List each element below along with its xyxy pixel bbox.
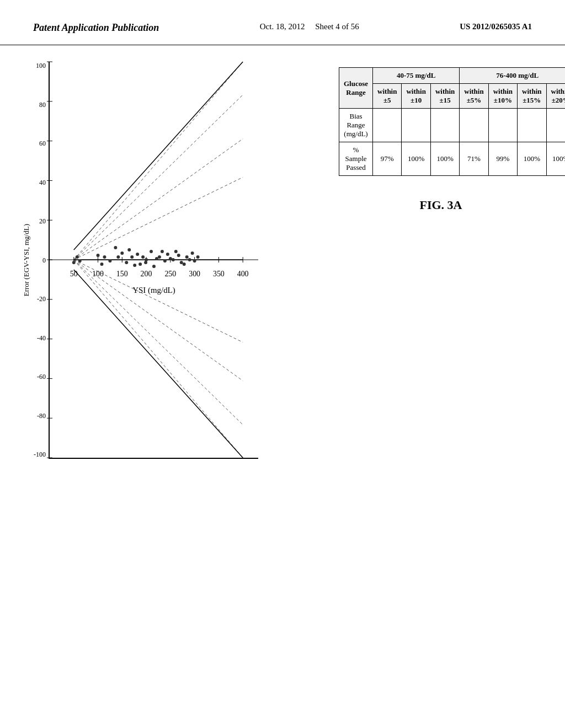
x-label-250: 250 [164, 270, 176, 278]
chart-plot: 50 100 150 200 250 300 350 400 YSI (mg/d… [49, 62, 258, 459]
subheader-w5: within ±5 [373, 84, 402, 109]
y-axis-label: Error (EGV-YSI, mg/dL) [22, 224, 31, 296]
glucose-range-header: Glucose Range [339, 68, 373, 109]
solid-upper-1 [74, 62, 243, 250]
data-point [138, 263, 142, 266]
data-point [166, 253, 169, 256]
data-point [191, 251, 194, 255]
subheader-w20pct: within ±20% [546, 84, 565, 109]
y-tick: 100 [36, 62, 46, 70]
sample-passed-row: % Sample Passed 97% 100% 100% 71% 99% 10… [339, 142, 566, 176]
data-point [76, 255, 79, 259]
data-point [172, 258, 175, 261]
y-tick: 60 [39, 140, 46, 148]
y-tick: 80 [39, 101, 46, 109]
patent-number: US 2012/0265035 A1 [460, 22, 532, 31]
sp-w15: 100% [430, 142, 459, 176]
sp-w15pct: 100% [518, 142, 546, 176]
x-label-350: 350 [213, 270, 225, 278]
bias-range-row: Bias Range (mg/dL) [339, 109, 566, 142]
subheader-w10: within ±10 [402, 84, 430, 109]
x-label-100: 100 [92, 270, 104, 278]
table-area: Glucose Range 40-75 mg/dL 76-400 mg/dL w… [339, 62, 543, 459]
subheader-w15: within ±15 [430, 84, 459, 109]
x-axis-title: YSI (mg/dL) [132, 286, 175, 295]
sp-w10pct: 99% [488, 142, 517, 176]
lower-bound-2 [74, 260, 243, 425]
data-point [188, 258, 191, 261]
data-point [141, 255, 145, 259]
publication-title: Patent Application Publication [33, 22, 159, 34]
data-point [145, 258, 148, 261]
subheader-w5pct: within ±5% [460, 84, 488, 109]
data-point [161, 250, 164, 253]
x-label-150: 150 [116, 270, 128, 278]
data-point [158, 255, 161, 259]
y-tick: -40 [37, 334, 46, 342]
data-point [78, 259, 82, 263]
data-point [130, 255, 134, 259]
data-point [196, 255, 200, 259]
br-w20pct [546, 109, 565, 142]
sp-w5pct: 71% [460, 142, 488, 176]
figure-label: FIG. 3A [339, 198, 543, 212]
data-point [127, 248, 131, 251]
y-tick: 40 [39, 179, 46, 187]
data-point [136, 253, 139, 256]
sp-w5: 97% [373, 142, 402, 176]
sheet-info: Sheet 4 of 56 [315, 22, 359, 31]
data-point [100, 263, 104, 266]
x-label-200: 200 [141, 270, 152, 278]
data-point [150, 250, 153, 253]
data-point [180, 261, 183, 264]
data-point [144, 261, 147, 264]
sp-w20pct: 100% [546, 142, 565, 176]
header-center: Oct. 18, 2012 Sheet 4 of 56 [260, 22, 359, 31]
chart-svg: 50 100 150 200 250 300 350 400 YSI (mg/d… [50, 62, 258, 458]
bias-range-label: Bias Range (mg/dL) [339, 109, 373, 142]
sample-passed-label: % Sample Passed [339, 142, 373, 176]
sp-w10: 100% [402, 142, 430, 176]
upper-bound-3 [74, 139, 243, 260]
data-point [103, 255, 106, 259]
data-point [116, 255, 120, 259]
upper-bound-1 [74, 62, 243, 260]
y-tick: 20 [39, 217, 46, 226]
upper-bound-4 [74, 177, 243, 260]
pub-date: Oct. 18, 2012 [260, 22, 305, 31]
br-w10 [402, 109, 430, 142]
data-point [155, 257, 158, 260]
y-axis-ticks: 100 80 60 40 20 0 -20 -40 -60 -80 -100 [34, 62, 49, 459]
data-point [108, 259, 111, 263]
y-tick: -100 [34, 451, 46, 459]
y-tick: -60 [37, 373, 46, 381]
x-label-300: 300 [189, 270, 200, 278]
solid-lower-1 [74, 270, 243, 458]
data-point [163, 259, 167, 263]
y-tick: -80 [37, 412, 46, 420]
br-w15 [430, 109, 459, 142]
data-point [193, 259, 196, 263]
data-point [97, 254, 100, 257]
subheader-w15pct: within ±15% [518, 84, 546, 109]
br-w10pct [488, 109, 517, 142]
data-point [152, 265, 156, 268]
subheader-w10pct: within ±10% [488, 84, 517, 109]
data-point [174, 250, 178, 253]
data-point [133, 264, 136, 267]
y-tick: 0 [42, 256, 46, 265]
data-point [114, 246, 117, 249]
upper-bound-2 [74, 95, 243, 260]
y-tick: -20 [37, 295, 46, 303]
data-point [72, 261, 76, 264]
br-w15pct [518, 109, 546, 142]
data-point [120, 251, 124, 255]
chart-with-axes: 100 80 60 40 20 0 -20 -40 -60 -80 -100 [34, 62, 258, 459]
br-w5pct [460, 109, 488, 142]
br-w5 [373, 109, 402, 142]
main-content: Error (EGV-YSI, mg/dL) 100 80 60 40 20 0… [0, 45, 565, 475]
data-point [183, 263, 186, 266]
data-point [125, 261, 128, 264]
col-76-400-header: 76-400 mg/dL [460, 68, 565, 84]
data-point [185, 255, 189, 259]
